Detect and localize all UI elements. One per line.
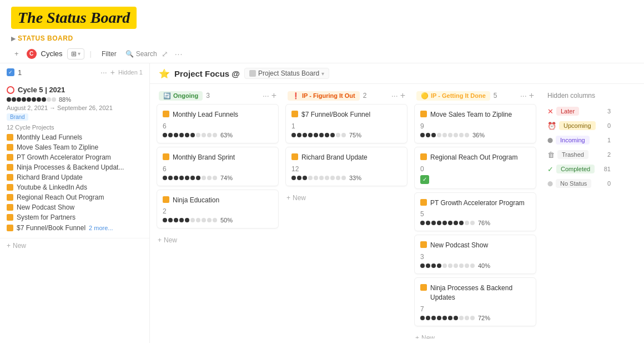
card-regional-reach-out[interactable]: Regional Reach Out Program 0 ✓ — [414, 147, 536, 189]
card-number: 2 — [163, 207, 273, 215]
list-item[interactable]: PT Growth Accelerator Program — [7, 152, 143, 162]
column-ongoing: 🔄 Ongoing 3 ··· + — [157, 88, 279, 339]
sidebar-new-button[interactable]: + New — [0, 238, 149, 253]
sidebar-header: ✓ 1 ··· + Hidden 1 — [0, 63, 149, 81]
card-funnel-book[interactable]: $7 Funnel/Book Funnel 1 — [285, 104, 407, 143]
list-item[interactable]: Ninja Processes & Backend Updat... — [7, 162, 143, 172]
card-title: Monthly Lead Funnels — [173, 110, 238, 120]
check-icon: ✓ — [547, 165, 554, 173]
filter-button[interactable]: Filter — [97, 48, 121, 59]
card-progress: 74% — [163, 175, 273, 181]
card-proj-icon — [420, 241, 427, 248]
breadcrumb-label[interactable]: STATUS BOARD — [18, 34, 73, 42]
hidden-item-nostatus[interactable]: ⬤ No Status 0 — [547, 177, 611, 190]
dot — [448, 316, 452, 320]
sidebar-add[interactable]: + — [110, 68, 115, 77]
list-item[interactable]: Richard Brand Update — [7, 172, 143, 182]
card-ninja-education[interactable]: Ninja Education 2 — [157, 190, 279, 229]
proj-icon — [7, 194, 13, 201]
dot — [17, 97, 21, 102]
dot — [179, 176, 184, 180]
list-item[interactable]: Regional Reach Out Program — [7, 192, 143, 202]
dot — [213, 176, 217, 180]
figuring-new-button[interactable]: + New — [285, 192, 407, 204]
dot — [442, 221, 447, 225]
col-tag-figuring: ❗ IP - Figuring It Out — [288, 91, 360, 101]
card-new-podcast[interactable]: New Podcast Show 3 — [414, 235, 536, 274]
view-toggle[interactable]: ⊞ ▾ — [67, 48, 84, 59]
ongoing-new-button[interactable]: + New — [157, 234, 279, 246]
dot — [202, 218, 206, 222]
hidden-item-trashed[interactable]: 🗑 Trashed 2 — [547, 148, 611, 161]
card-progress: 75% — [291, 132, 401, 138]
dot — [179, 218, 184, 222]
col-dots[interactable]: ··· — [520, 91, 527, 100]
hidden-item-upcoming[interactable]: ⏰ Upcoming 0 — [547, 120, 611, 132]
search-area[interactable]: 🔍 Search — [125, 50, 157, 58]
hidden-item-completed[interactable]: ✓ Completed 81 — [547, 163, 611, 175]
card-title-row: New Podcast Show — [420, 241, 530, 250]
checkbox[interactable]: ✓ — [7, 68, 14, 76]
card-ninja-processes[interactable]: Ninja Processes & Backend Updates 7 — [414, 277, 536, 326]
getting-count: 5 — [494, 92, 497, 100]
dot — [437, 221, 441, 225]
getting-new-button[interactable]: + New — [414, 332, 536, 339]
dot — [174, 133, 178, 137]
col-dots[interactable]: ··· — [263, 91, 269, 100]
list-item[interactable]: New Podcast Show — [7, 202, 143, 212]
new-label: New — [164, 236, 177, 244]
hidden-item-later[interactable]: ✕ Later 3 — [547, 105, 611, 117]
card-monthly-lead-funnels[interactable]: Monthly Lead Funnels 6 — [157, 104, 279, 143]
dot — [207, 176, 212, 180]
list-item[interactable]: $7 Funnel/Book Funnel 2 more... — [7, 222, 143, 233]
cycles-label[interactable]: Cycles — [41, 49, 63, 58]
plus-icon: + — [415, 334, 419, 339]
plus-icon: + — [286, 194, 290, 202]
dot — [314, 176, 318, 180]
more-link[interactable]: 2 more... — [89, 223, 113, 232]
sidebar-dots[interactable]: ··· — [100, 68, 107, 77]
search-label: Search — [136, 50, 157, 58]
dot — [202, 176, 206, 180]
col-add[interactable]: + — [400, 91, 405, 101]
dot — [185, 218, 189, 222]
plus-icon: + — [7, 242, 11, 250]
hidden-label: Hidden 1 — [118, 69, 143, 76]
dot — [325, 133, 329, 137]
hidden-item-incoming[interactable]: ⬤ Incoming 1 — [547, 134, 611, 146]
col-add[interactable]: + — [529, 91, 534, 101]
dot — [442, 133, 447, 137]
list-item[interactable]: Youtube & LinkedIn Ads — [7, 182, 143, 192]
list-item[interactable]: Monthly Lead Funnels — [7, 132, 143, 142]
board-title: Project Focus @ — [174, 69, 240, 78]
col-dots[interactable]: ··· — [391, 91, 398, 100]
card-title-row: $7 Funnel/Book Funnel — [291, 110, 401, 120]
add-button[interactable]: + — [11, 48, 22, 59]
check-badge: ✓ — [420, 175, 429, 184]
dot — [42, 97, 46, 102]
figuring-label: IP - Figuring It Out — [302, 92, 355, 99]
incoming-count: 1 — [607, 137, 611, 143]
card-pt-growth[interactable]: PT Growth Accelerator Program 5 — [414, 192, 536, 232]
incoming-tag: Incoming — [556, 136, 590, 145]
dot — [190, 176, 195, 180]
dot — [426, 264, 430, 268]
card-move-sales-team[interactable]: Move Sales Team to Zipline 9 — [414, 104, 536, 143]
card-monthly-brand-sprint[interactable]: Monthly Brand Sprint 6 — [157, 147, 279, 186]
dot — [163, 218, 167, 222]
list-item[interactable]: System for Partners — [7, 212, 143, 222]
hidden-item-label: ⬤ No Status — [547, 179, 591, 188]
col-actions: ··· + — [391, 91, 405, 101]
list-item[interactable]: Move Sales Team to Zipline — [7, 142, 143, 152]
dot — [185, 176, 189, 180]
dot — [459, 264, 464, 268]
ongoing-cards: Monthly Lead Funnels 6 — [157, 104, 279, 339]
expand-icon[interactable]: ⤢ — [162, 49, 168, 58]
dot — [190, 133, 195, 137]
cycle-title[interactable]: Cycle 5 | 2021 — [7, 86, 143, 94]
card-number: 0 — [420, 165, 530, 173]
board-ref[interactable]: Project Status Board ▾ — [244, 68, 329, 79]
card-richard-brand[interactable]: Richard Brand Update 12 — [285, 147, 407, 186]
more-options-button[interactable]: ··· — [173, 48, 185, 59]
col-add[interactable]: + — [271, 91, 276, 101]
